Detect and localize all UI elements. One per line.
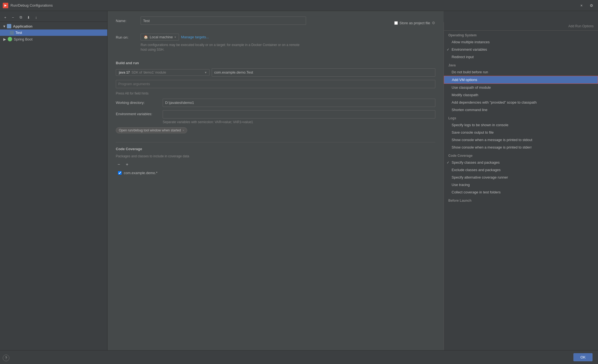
build-run-section-title: Build and run — [116, 61, 435, 65]
dropdown-item-add-deps[interactable]: Add dependencies with "provided" scope t… — [444, 99, 598, 106]
store-project-label: Store as project file — [399, 21, 430, 25]
dropdown-item-env-vars[interactable]: Environment variables — [444, 46, 598, 53]
run-tool-window-tag[interactable]: Open run/debug tool window when started … — [116, 127, 187, 133]
sdk-arrow-icon: ▾ — [205, 71, 207, 74]
top-header-row: Name: Store as project file ⚙ — [116, 17, 435, 29]
run-on-label: Run on: — [116, 34, 138, 39]
run-description: Run configurations may be executed local… — [141, 43, 306, 52]
bottom-bar: OK — [0, 350, 598, 364]
dropdown-item-redirect-input[interactable]: Redirect input — [444, 53, 598, 61]
coverage-toolbar: − + — [116, 161, 435, 168]
close-button[interactable]: × — [578, 2, 585, 9]
working-dir-input[interactable] — [163, 99, 435, 107]
remove-coverage-button[interactable]: − — [116, 161, 122, 168]
sdk-row: java 17 SDK of 'demo1' module ▾ — [116, 68, 435, 77]
run-on-content: 🏠 Local machine ▾ Manage targets... Run … — [141, 34, 435, 52]
env-var-input[interactable] — [163, 110, 435, 118]
add-config-button[interactable]: + — [2, 14, 8, 20]
code-coverage-title: Code Coverage — [116, 147, 435, 151]
settings-button[interactable]: ⚙ — [588, 2, 595, 9]
run-tool-window-label: Open run/debug tool window when started — [119, 128, 181, 132]
env-var-row: Environment variables: — [116, 110, 435, 118]
dropdown-item-save-console[interactable]: Save console output to file — [444, 129, 598, 136]
move-down-button[interactable]: ⬇ — [25, 14, 31, 20]
machine-label: Local machine — [150, 35, 173, 39]
dropdown-section-coverage: Code Coverage — [444, 151, 598, 159]
run-on-row: Run on: 🏠 Local machine ▾ Manage targets… — [116, 34, 435, 52]
dropdown-section-before-launch: Before Launch — [444, 196, 598, 204]
dropdown-item-allow-multiple[interactable]: Allow multiple instances — [444, 38, 598, 46]
sidebar-item-label: Application — [13, 24, 33, 28]
dropdown-panel: Add Run Options Operating System Allow m… — [444, 22, 598, 350]
program-args-section — [116, 80, 435, 90]
app-icon: ▶ — [3, 3, 8, 8]
window-controls: × ⚙ — [578, 2, 595, 9]
sidebar-item-application[interactable]: ▾ Application — [0, 23, 107, 29]
dropdown-item-collect-test-folders[interactable]: Collect coverage in test folders — [444, 188, 598, 196]
dropdown-item-add-vm-options[interactable]: Add VM options — [444, 76, 598, 84]
main-class-input[interactable] — [212, 68, 435, 77]
machine-icon: 🏠 — [144, 35, 148, 39]
env-var-hint: Separate variables with semicolon: VAR=v… — [163, 120, 435, 124]
help-button[interactable]: ? — [3, 355, 9, 361]
field-hint: Press Alt for field hints — [116, 91, 435, 95]
remove-config-button[interactable]: − — [10, 14, 16, 20]
sidebar-item-test[interactable]: Test — [0, 29, 107, 36]
remove-tag-icon[interactable]: × — [183, 129, 184, 132]
run-tool-window-row: Open run/debug tool window when started … — [116, 127, 435, 138]
dropdown-item-exclude-classes[interactable]: Exclude classes and packages — [444, 166, 598, 174]
dropdown-item-no-build[interactable]: Do not build before run — [444, 68, 598, 76]
sdk-label: java 17 — [119, 71, 130, 74]
dropdown-item-shorten-cmd[interactable]: Shorten command line — [444, 106, 598, 114]
coverage-item-label: com.example.demo.* — [124, 171, 157, 175]
copy-config-button[interactable]: ⧉ — [18, 14, 24, 20]
manage-targets-link[interactable]: Manage targets... — [181, 35, 209, 39]
store-project-checkbox[interactable] — [394, 21, 398, 25]
run-on-select: 🏠 Local machine ▾ Manage targets... — [141, 34, 435, 41]
name-section: Name: — [116, 17, 394, 29]
spring-icon — [8, 37, 12, 41]
dropdown-item-use-tracing[interactable]: Use tracing — [444, 181, 598, 188]
dropdown-item-use-classpath[interactable]: Use classpath of module — [444, 84, 598, 91]
store-as-project-section: Store as project file ⚙ — [394, 21, 435, 25]
dropdown-section-os: Operating System — [444, 31, 598, 38]
sidebar-item-label: Test — [15, 31, 22, 35]
sort-button[interactable]: ↕ — [33, 14, 39, 20]
window-title: Run/Debug Configurations — [10, 3, 53, 7]
collapse-icon: ▾ — [3, 24, 5, 28]
working-directory-row: Working directory: — [116, 99, 435, 107]
expand-icon: ▶ — [3, 37, 6, 41]
sdk-select-button[interactable]: java 17 SDK of 'demo1' module ▾ — [116, 69, 210, 76]
name-label: Name: — [116, 19, 138, 23]
env-var-label: Environment variables: — [116, 110, 160, 116]
dropdown-section-logs: Logs — [444, 114, 598, 121]
sidebar-toolbar: + − ⧉ ⬇ ↕ — [0, 13, 107, 22]
dropdown-item-show-console-stdout[interactable]: Show console when a message is printed t… — [444, 136, 598, 144]
coverage-item-checkbox[interactable] — [118, 171, 122, 175]
name-row: Name: — [116, 17, 394, 25]
add-coverage-button[interactable]: + — [124, 161, 130, 168]
content-area: Name: Store as project file ⚙ Run on: 🏠 … — [108, 11, 444, 364]
section-divider — [116, 142, 435, 142]
coverage-item: com.example.demo.* — [116, 170, 435, 176]
dropdown-arrow-icon: ▾ — [175, 36, 176, 39]
sdk-suffix: SDK of 'demo1' module — [132, 71, 166, 74]
title-bar: ▶ Run/Debug Configurations × ⚙ — [0, 0, 598, 11]
program-args-input[interactable] — [116, 80, 435, 88]
dropdown-section-java: Java — [444, 61, 598, 68]
dropdown-header: Add Run Options — [444, 22, 598, 31]
dropdown-item-specify-classes[interactable]: Specify classes and packages — [444, 159, 598, 166]
name-input[interactable] — [141, 17, 306, 25]
working-dir-label: Working directory: — [116, 101, 160, 105]
dropdown-item-modify-classpath[interactable]: Modify classpath — [444, 91, 598, 99]
main-layout: + − ⧉ ⬇ ↕ ▾ Application Test ▶ Spring Bo… — [0, 11, 598, 364]
sidebar-item-springboot[interactable]: ▶ Spring Boot — [0, 36, 107, 42]
sidebar-item-label: Spring Boot — [14, 37, 33, 41]
local-machine-select[interactable]: 🏠 Local machine ▾ — [141, 34, 179, 41]
gear-icon[interactable]: ⚙ — [432, 21, 435, 25]
code-coverage-section: Code Coverage Packages and classes to in… — [116, 140, 435, 176]
dropdown-item-specify-logs[interactable]: Specify logs to be shown in console — [444, 121, 598, 129]
dropdown-item-alt-coverage-runner[interactable]: Specify alternative coverage runner — [444, 174, 598, 181]
ok-button[interactable]: OK — [573, 353, 592, 361]
dropdown-item-show-console-stderr[interactable]: Show console when a message is printed t… — [444, 144, 598, 151]
